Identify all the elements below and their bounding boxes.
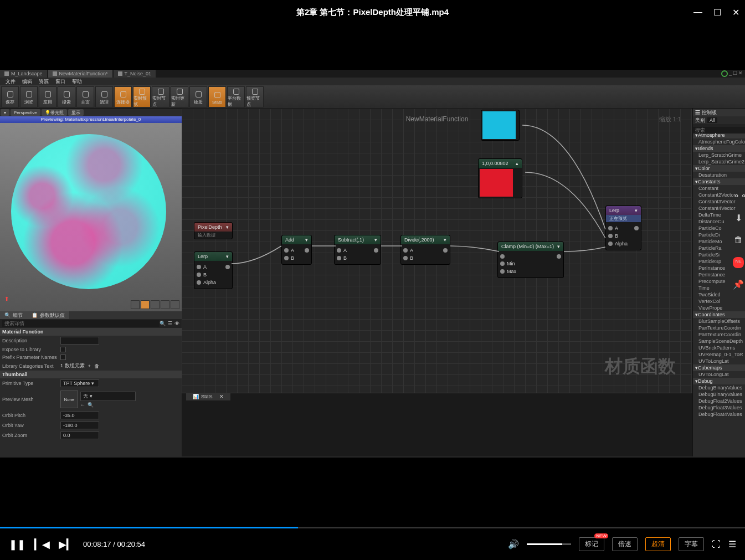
next-button[interactable]: ▶▎ [59, 538, 74, 551]
pin-icon[interactable]: 📌 [733, 279, 744, 290]
toolbar-button[interactable]: ▢保存 [1, 86, 19, 107]
pause-button[interactable]: ❚❚ [9, 538, 25, 551]
volume-slider[interactable] [527, 543, 571, 545]
palette-item[interactable]: PanTextureCoordin [693, 325, 745, 331]
node-clamp[interactable]: Clamp (Min=0) (Max=1)▾ Min Max [497, 242, 564, 278]
maximize-button[interactable]: ☐ [713, 7, 721, 18]
ue-tab[interactable]: NewMaterialFunction* [48, 70, 112, 78]
collapse-icon[interactable]: ▾ [557, 244, 560, 249]
pitch-input[interactable] [60, 412, 99, 419]
quality-button[interactable]: 超清 [645, 537, 671, 551]
details-search-input[interactable] [2, 320, 160, 327]
palette-item[interactable]: UVRemap_0-1_ToR [693, 351, 745, 358]
pin-icon[interactable] [557, 254, 561, 259]
palette-item[interactable]: DebugFloat3Values [693, 404, 745, 411]
plane-icon[interactable] [151, 300, 160, 309]
toolbar-button[interactable]: ▢预览节点 [246, 86, 264, 107]
palette-item[interactable]: SampleSceneDepth [693, 338, 745, 345]
menu-window[interactable]: 窗口 [52, 78, 69, 85]
toolbar-button[interactable]: ▢清理 [95, 86, 113, 107]
palette-category[interactable]: ▾Color [693, 165, 745, 172]
node-add[interactable]: Add▾ A B [281, 235, 312, 265]
toolbar-button[interactable]: ▢主页 [76, 86, 94, 107]
ue-tab[interactable]: M_Landscape [0, 70, 47, 78]
palette-item[interactable]: DebugFloat4Values [693, 411, 745, 418]
collapse-icon[interactable]: ▴ [516, 161, 518, 166]
palette-category[interactable]: ▾Blends [693, 145, 745, 152]
ue-maximize-icon[interactable]: ☐ [733, 70, 737, 77]
prev-button[interactable]: ▎◀ [34, 538, 50, 551]
details-tab[interactable]: 🔍细节 [0, 311, 27, 319]
pin-icon[interactable] [500, 261, 505, 266]
delete-icon[interactable]: 🗑 [733, 235, 744, 246]
node-divide[interactable]: Divide(,2000)▾ A B [400, 235, 450, 265]
cylinder-icon[interactable] [131, 300, 140, 309]
node-pixeldepth[interactable]: PixelDepth▾ 输入数据 [194, 222, 233, 239]
pin-icon[interactable] [403, 248, 408, 253]
pin-icon[interactable] [284, 248, 289, 253]
pin-icon[interactable] [197, 265, 201, 269]
collapse-icon[interactable]: ▾ [226, 254, 229, 259]
perspective-button[interactable]: Perspective [11, 109, 40, 116]
toolbar-button[interactable]: ▢搜索 [58, 86, 75, 107]
menu-edit[interactable]: 编辑 [19, 78, 35, 85]
mesh-thumbnail[interactable]: None [60, 391, 78, 408]
pin-icon[interactable] [305, 248, 309, 253]
progress-bar[interactable] [0, 527, 745, 528]
pin-icon[interactable] [608, 226, 613, 230]
palette-item[interactable]: UVBrickPatterns [693, 345, 745, 351]
pin-icon[interactable] [337, 248, 341, 253]
palette-item[interactable]: DebugBinaryValues [693, 391, 745, 398]
fullscreen-icon[interactable]: ⛶ [712, 540, 721, 549]
view-options-icon[interactable]: ☰ [168, 321, 172, 326]
download-icon[interactable]: ⬇ [733, 213, 744, 224]
toolbar-button[interactable]: ▢Stats [208, 86, 226, 107]
palette-item[interactable]: Desaturation [693, 172, 745, 178]
toolbar-button[interactable]: ▢连接器 [114, 86, 132, 107]
palette-item[interactable]: AtmosphericFogColor [693, 138, 745, 145]
ue-tab[interactable]: T_Noise_01 [114, 70, 156, 78]
pin-icon[interactable] [403, 256, 408, 260]
params-tab[interactable]: 📋参数默认值 [27, 311, 69, 319]
node-graph-panel[interactable]: NewMaterialFunction 缩放 1:1 材质函数 1,0,0.00… [182, 109, 692, 456]
toolbar-button[interactable]: ▢实时节点 [152, 86, 169, 107]
palette-item[interactable]: ViewPrope [693, 305, 745, 311]
palette-category[interactable]: ▾Cubemaps [693, 364, 745, 371]
close-button[interactable]: ✕ [732, 7, 739, 18]
lit-mode-button[interactable]: 💡带光照 [42, 109, 67, 116]
description-input[interactable] [60, 337, 99, 345]
pin-icon[interactable] [608, 234, 613, 238]
cube-icon[interactable] [161, 300, 169, 309]
collapse-icon[interactable]: ▾ [444, 237, 446, 243]
preview-viewport[interactable]: ⬆ [0, 123, 182, 311]
mark-button[interactable]: 标记NEW [579, 537, 604, 551]
palette-filter-dropdown[interactable]: All [707, 117, 717, 123]
section-header[interactable]: Thumbnail [0, 371, 182, 378]
menu-help[interactable]: 帮助 [69, 78, 85, 85]
toolbar-button[interactable]: ▢实时更新 [171, 86, 188, 107]
palette-item[interactable]: DebugFloat2Values [693, 398, 745, 404]
use-selected-icon[interactable]: ← [80, 402, 85, 408]
expose-checkbox[interactable] [60, 347, 66, 352]
pin-icon[interactable] [500, 269, 505, 274]
node-subtract[interactable]: Subtract(,1)▾ A B [334, 235, 381, 265]
toolbar-button[interactable]: ▢平台数据 [227, 86, 245, 107]
palette-item[interactable]: UVToLongLat [693, 358, 745, 364]
node-lerp-preview[interactable]: Lerp▾ 正在预览 A B Alpha [605, 205, 641, 250]
compile-status-icon[interactable] [721, 70, 728, 77]
menu-file[interactable]: 文件 [2, 78, 19, 85]
add-icon[interactable]: + [88, 363, 91, 369]
badge-new-icon[interactable]: NE [733, 257, 744, 268]
palette-item[interactable]: TwoSided [693, 291, 745, 298]
stats-tab[interactable]: 📊Stats✕ [186, 393, 230, 400]
trash-icon[interactable]: 🗑 [94, 363, 99, 369]
node-constant[interactable]: 1,0,0.00802▴ [478, 158, 522, 198]
palette-category[interactable]: ▾Constants [693, 178, 745, 185]
collapse-icon[interactable]: ▾ [635, 208, 638, 213]
graph-canvas[interactable]: NewMaterialFunction 缩放 1:1 材质函数 1,0,0.00… [182, 109, 692, 456]
pin-icon[interactable] [284, 256, 289, 260]
palette-category[interactable]: ▾Coordinates [693, 311, 745, 318]
show-button[interactable]: 显示 [68, 109, 84, 116]
palette-item[interactable]: UVToLongLat [693, 371, 745, 378]
menu-asset[interactable]: 资源 [35, 78, 52, 85]
